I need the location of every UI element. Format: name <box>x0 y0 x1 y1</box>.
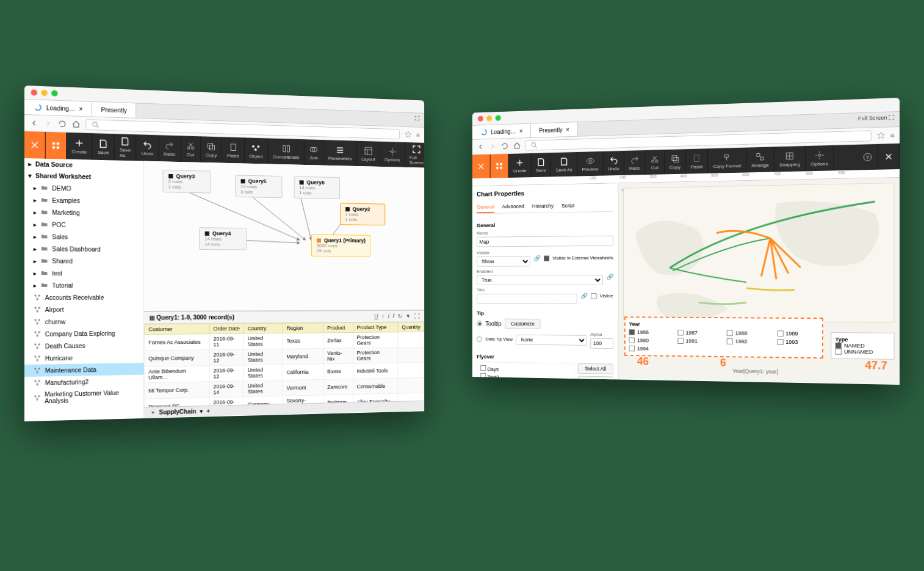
checkbox-icon[interactable] <box>677 330 684 336</box>
menu-icon[interactable]: ≡ <box>890 131 895 139</box>
sidebar-datasource[interactable]: Airport <box>24 303 143 316</box>
column-header[interactable]: Product Type <box>353 322 399 332</box>
column-header[interactable]: Quantity <box>398 322 424 332</box>
sidebar-folder[interactable]: ▸ Sales <box>24 230 143 244</box>
save-as-button[interactable]: Save As <box>551 152 577 176</box>
save-as-button[interactable]: Save As <box>115 134 137 161</box>
back-icon[interactable] <box>477 143 485 151</box>
checkbox-icon[interactable] <box>836 349 842 355</box>
sidebar-datasource[interactable]: churnw <box>24 315 143 328</box>
flyover-list[interactable]: Days Text2 Text3 Text4 Number <box>477 362 574 385</box>
logo-button[interactable] <box>472 155 491 178</box>
title-input[interactable] <box>477 294 577 304</box>
object-button[interactable]: Object <box>245 137 269 164</box>
node-query4[interactable]: ▦ Query4 14 rows 14 cols <box>199 227 247 250</box>
maximize-icon[interactable] <box>496 115 501 122</box>
checkbox-icon[interactable] <box>629 346 635 352</box>
menu-icon[interactable]: ≡ <box>416 131 420 138</box>
customize-button[interactable]: Customize <box>505 319 541 329</box>
preview-button[interactable]: Preview <box>577 151 604 176</box>
cut-button[interactable]: Cut <box>181 136 201 162</box>
close-tab-icon[interactable]: × <box>79 106 83 112</box>
visible-select[interactable]: Show <box>477 256 530 267</box>
join-button[interactable]: Join <box>305 139 323 165</box>
flyover-item[interactable]: Text3 <box>480 380 572 385</box>
layout-button[interactable]: Layout <box>357 141 380 167</box>
select-all-button[interactable]: Select All <box>578 363 613 374</box>
flyover-checkbox[interactable] <box>480 381 486 385</box>
node-query1-primary[interactable]: ▦ Query1 (Primary) 3000 rows 29 cols <box>311 235 370 257</box>
checkbox-icon[interactable] <box>629 337 635 343</box>
flyover-item[interactable]: Text2 <box>480 373 572 382</box>
create-button[interactable]: Create <box>508 153 531 178</box>
paste-button[interactable]: Paste <box>222 137 245 163</box>
maximize-icon[interactable] <box>51 90 57 96</box>
sidebar-datasource[interactable]: Company Data Exploring <box>24 327 143 340</box>
redo-button[interactable]: Redo <box>159 135 181 162</box>
year-checkbox-item[interactable]: 1986 <box>629 329 668 335</box>
help-button[interactable]: ? <box>857 144 878 170</box>
star-icon[interactable] <box>876 131 886 140</box>
browser-tab-loading[interactable]: Loading… × <box>472 124 531 139</box>
refresh-icon[interactable]: ↻ <box>398 313 402 319</box>
minimize-icon[interactable] <box>486 115 492 122</box>
property-tab[interactable]: General <box>477 202 494 213</box>
checkbox-icon[interactable] <box>727 330 733 336</box>
save-button[interactable]: Save <box>93 133 115 160</box>
sidebar-folder[interactable]: ▸ test <box>24 267 143 279</box>
map-chart[interactable]: ⚙ Year 198619 <box>618 178 900 384</box>
chevron-down-icon[interactable]: ▾ <box>200 408 203 415</box>
create-button[interactable]: Create <box>67 133 92 160</box>
node-query5[interactable]: ▦ Query5 14 rows 3 cols <box>235 175 282 198</box>
italic-icon[interactable]: I <box>388 313 389 319</box>
sidebar-folder[interactable]: ▸ Marketing <box>24 206 143 219</box>
close-tab-icon[interactable]: × <box>519 128 522 134</box>
reload-icon[interactable] <box>58 120 67 128</box>
name-input[interactable] <box>477 236 613 247</box>
query-canvas[interactable]: ▦ Query3 2 rows 1 cols ▦ Query5 14 rows … <box>144 161 424 311</box>
back-icon[interactable] <box>29 118 38 127</box>
year-selector[interactable]: Year 19861987198819891990199119921993199… <box>624 316 823 358</box>
cut-button[interactable]: Cut <box>646 150 665 175</box>
link-icon[interactable]: 🔗 <box>533 255 540 261</box>
column-header[interactable]: Country <box>244 323 283 333</box>
sidebar-folder[interactable]: ▸ Tutorial <box>24 279 143 291</box>
type-selector[interactable]: Type NAMEDUNNAMED 47.7 <box>831 332 894 360</box>
alpha-input[interactable] <box>590 338 613 349</box>
year-checkbox-item[interactable]: 1994 <box>629 346 668 352</box>
minimize-icon[interactable] <box>41 90 47 96</box>
copy-button[interactable]: Copy <box>665 149 686 174</box>
clear-button[interactable]: Clear <box>578 376 613 385</box>
concatenate-button[interactable]: Concatenate <box>268 139 305 165</box>
sidebar-folder[interactable]: ▸ POC <box>24 218 143 231</box>
node-query3[interactable]: ▦ Query3 2 rows 1 cols <box>163 170 211 193</box>
property-tab[interactable]: Advanced <box>502 201 524 213</box>
copy-format-button[interactable]: Copy Format <box>709 148 747 173</box>
browser-tab-presently[interactable]: Presently × <box>531 122 577 137</box>
title-visible-checkbox[interactable] <box>591 293 596 299</box>
redo-button[interactable]: Redo <box>624 150 645 175</box>
link-icon[interactable]: 🔗 <box>607 274 613 280</box>
year-checkbox-item[interactable]: 1990 <box>629 337 668 343</box>
year-checkbox-item[interactable]: 1989 <box>777 330 818 336</box>
link-icon[interactable]: 🔗 <box>580 293 587 299</box>
undo-button[interactable]: Undo <box>137 134 159 161</box>
column-header[interactable]: Region <box>283 323 323 333</box>
column-header[interactable]: Customer <box>145 324 209 334</box>
star-icon[interactable] <box>404 130 412 138</box>
checkbox-icon[interactable] <box>727 338 733 344</box>
undo-button[interactable]: Undo <box>604 151 624 176</box>
snapping-button[interactable]: Snapping <box>774 146 806 172</box>
sidebar-folder[interactable]: ▸ Shared <box>24 255 143 267</box>
save-button[interactable]: Save <box>532 153 551 177</box>
browser-tab-presently[interactable]: Presently <box>92 102 136 118</box>
home-icon[interactable] <box>513 142 521 150</box>
sort-icon[interactable]: ↕ <box>381 313 384 319</box>
sidebar-datasource[interactable]: Marketing Customer Value Analysis <box>24 387 143 407</box>
filter-icon[interactable]: ▼ <box>405 313 411 319</box>
reload-icon[interactable] <box>501 142 509 150</box>
year-checkbox-item[interactable]: 1992 <box>727 338 767 344</box>
grid-button[interactable] <box>491 154 509 178</box>
fullscreen-button[interactable]: ⛶ <box>410 113 424 127</box>
checkbox-icon[interactable] <box>777 339 783 345</box>
